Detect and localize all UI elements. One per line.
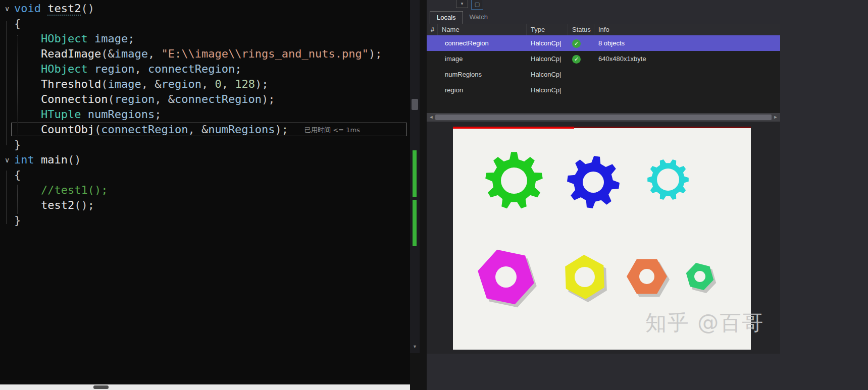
locals-row-region[interactable]: regionHalconCp| — [427, 82, 780, 98]
variable-status — [568, 82, 594, 98]
variable-type: HalconCp| — [527, 51, 568, 67]
variable-status: ✓ — [568, 35, 594, 51]
magenta-nut-hole — [495, 266, 517, 288]
variable-type: HalconCp| — [527, 82, 568, 98]
editor-horizontal-scrollbar[interactable] — [0, 384, 410, 390]
column-header-name[interactable]: Name — [438, 24, 527, 35]
scroll-left-arrow-icon[interactable]: ◄ — [428, 113, 435, 122]
variable-type: HalconCp| — [527, 35, 568, 51]
code-text: void test2() — [14, 1, 94, 16]
status-ok-check-icon: ✓ — [572, 39, 581, 48]
indent-guide-line — [17, 35, 18, 140]
variable-name: image — [438, 51, 527, 67]
scrollbar-thumb[interactable] — [412, 99, 418, 110]
code-line[interactable]: HTuple numRegions; — [0, 107, 410, 122]
row-index — [427, 35, 438, 51]
code-line[interactable]: test2(); — [0, 198, 410, 213]
variable-info — [594, 82, 780, 98]
code-text: ReadImage(&image, "E:\\image\\rings_and_… — [14, 46, 382, 62]
blue-gear-hole — [583, 172, 604, 193]
locals-horizontal-scrollbar[interactable]: ◄ ► — [427, 113, 780, 122]
code-line[interactable]: ReadImage(&image, "E:\\image\\rings_and_… — [0, 46, 410, 62]
variable-status — [568, 67, 594, 82]
code-line[interactable]: Connection(region, &connectRegion); — [0, 92, 410, 107]
status-ok-check-icon: ✓ — [572, 55, 581, 64]
cyan-gear-hole — [657, 169, 679, 191]
scroll-down-arrow-icon[interactable]: ▼ — [410, 344, 420, 349]
code-line[interactable]: //test1(); — [0, 183, 410, 198]
code-text: { — [14, 16, 21, 31]
code-line[interactable]: HObject region, connectRegion; — [0, 62, 410, 77]
code-text: HObject region, connectRegion; — [14, 62, 241, 77]
variable-info: 8 objects — [594, 35, 780, 51]
code-text: int main() — [14, 152, 81, 168]
scope-guide-line — [6, 171, 7, 224]
scrollbar-thumb[interactable] — [435, 115, 772, 120]
code-text: HTuple numRegions; — [14, 107, 161, 122]
column-header-info[interactable]: Info — [594, 24, 780, 35]
variable-info: 640x480x1xbyte — [594, 51, 780, 67]
yellow-nut-hole — [575, 267, 595, 287]
scroll-right-arrow-icon[interactable]: ► — [772, 113, 779, 122]
code-line[interactable]: { — [0, 168, 410, 183]
editor-vertical-scrollbar[interactable]: ▼ — [410, 0, 420, 353]
code-text: Threshold(image, &region, 0, 128); — [14, 77, 268, 92]
code-text: HObject image; — [14, 31, 134, 46]
code-line[interactable]: CountObj(connectRegion, &numRegions);已用时… — [0, 122, 410, 137]
change-marker — [413, 150, 417, 197]
toolbar-button-icon[interactable]: ▢ — [471, 0, 483, 10]
fold-chevron-icon[interactable]: ∨ — [2, 1, 13, 16]
code-text: } — [14, 213, 21, 228]
code-text: //test1(); — [14, 183, 108, 198]
locals-watch-tabs: LocalsWatch — [430, 11, 494, 24]
code-text: Connection(region, &connectRegion); — [14, 92, 275, 107]
change-marker — [413, 200, 417, 246]
toolbar-dropdown-icon[interactable]: ▾ — [456, 0, 468, 8]
green-gear-hole — [501, 168, 527, 194]
variable-name: connectRegion — [438, 35, 527, 51]
watermark: 知乎 @百哥 — [645, 309, 764, 337]
code-line[interactable]: Threshold(image, &region, 0, 128); — [0, 77, 410, 92]
code-editor[interactable]: ∨void test2(){ HObject image; ReadImage(… — [0, 0, 410, 384]
small-green-nut-hole — [694, 271, 705, 282]
code-text: test2(); — [14, 198, 94, 213]
variable-name: region — [438, 82, 527, 98]
variable-status: ✓ — [568, 51, 594, 67]
code-line[interactable]: } — [0, 137, 410, 152]
code-line[interactable]: ∨void test2() — [0, 1, 410, 16]
locals-table-header: #NameTypeStatusInfo — [427, 24, 780, 35]
row-index — [427, 51, 438, 67]
locals-row-connectRegion[interactable]: connectRegionHalconCp|✓8 objects — [427, 35, 780, 51]
scope-guide-line — [6, 21, 7, 145]
row-index — [427, 67, 438, 82]
variable-type: HalconCp| — [527, 67, 568, 82]
scrollbar-thumb[interactable] — [93, 385, 109, 389]
column-header-status[interactable]: Status — [568, 24, 594, 35]
indent-guide-line — [17, 185, 18, 214]
variable-name: numRegions — [438, 67, 527, 82]
code-line[interactable]: HObject image; — [0, 31, 410, 46]
fold-chevron-icon[interactable]: ∨ — [2, 152, 13, 168]
code-line[interactable]: ∨int main() — [0, 152, 410, 168]
tab-watch[interactable]: Watch — [463, 11, 494, 23]
locals-row-numRegions[interactable]: numRegionsHalconCp| — [427, 67, 780, 82]
code-text: { — [14, 168, 21, 183]
row-index — [427, 82, 438, 98]
code-lines: ∨void test2(){ HObject image; ReadImage(… — [0, 1, 410, 228]
perf-tip[interactable]: 已用时间 <= 1ms — [304, 123, 360, 138]
code-text: CountObj(connectRegion, &numRegions); — [14, 122, 288, 137]
column-header-num[interactable]: # — [427, 24, 438, 35]
code-line[interactable]: } — [0, 213, 410, 228]
column-header-type[interactable]: Type — [527, 24, 568, 35]
orange-nut-hole — [639, 269, 654, 284]
code-line[interactable]: { — [0, 16, 410, 31]
variable-info — [594, 67, 780, 82]
locals-table: #NameTypeStatusInfo connectRegionHalconC… — [427, 24, 780, 113]
app-window: ∨void test2(){ HObject image; ReadImage(… — [0, 0, 868, 390]
locals-row-image[interactable]: imageHalconCp|✓640x480x1xbyte — [427, 51, 780, 67]
locals-table-body: connectRegionHalconCp|✓8 objectsimageHal… — [427, 35, 780, 113]
tab-locals[interactable]: Locals — [430, 11, 463, 24]
